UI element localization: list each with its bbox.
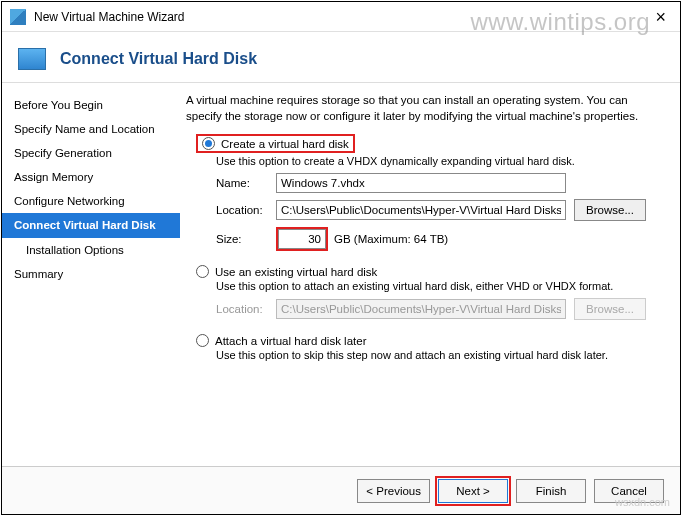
sidebar-item-specify-generation[interactable]: Specify Generation <box>2 141 180 165</box>
window-title: New Virtual Machine Wizard <box>34 10 185 24</box>
sidebar-item-assign-memory[interactable]: Assign Memory <box>2 165 180 189</box>
location-input[interactable] <box>276 200 566 220</box>
create-note: Use this option to create a VHDX dynamic… <box>216 155 666 167</box>
sidebar-item-specify-name[interactable]: Specify Name and Location <box>2 117 180 141</box>
app-icon <box>10 9 26 25</box>
cancel-button[interactable]: Cancel <box>594 479 664 503</box>
main-panel: A virtual machine requires storage so th… <box>180 83 680 452</box>
sidebar-item-installation-options[interactable]: Installation Options <box>2 238 180 262</box>
sidebar-item-connect-vhd[interactable]: Connect Virtual Hard Disk <box>2 213 180 237</box>
radio-existing-vhd-row[interactable]: Use an existing virtual hard disk <box>196 265 666 278</box>
name-label: Name: <box>216 177 276 189</box>
radio-existing-vhd-label: Use an existing virtual hard disk <box>215 266 377 278</box>
radio-attach-later[interactable] <box>196 334 209 347</box>
radio-create-vhd-row[interactable]: Create a virtual hard disk <box>196 134 666 153</box>
previous-button[interactable]: < Previous <box>357 479 430 503</box>
wizard-header: Connect Virtual Hard Disk <box>2 32 680 82</box>
close-icon[interactable]: × <box>649 8 672 26</box>
sidebar-item-before-you-begin[interactable]: Before You Begin <box>2 93 180 117</box>
titlebar: New Virtual Machine Wizard × <box>2 2 680 32</box>
radio-attach-later-label: Attach a virtual hard disk later <box>215 335 367 347</box>
next-button[interactable]: Next > <box>438 479 508 503</box>
size-input[interactable] <box>278 229 326 249</box>
later-note: Use this option to skip this step now an… <box>216 349 666 361</box>
radio-create-vhd[interactable] <box>202 137 215 150</box>
radio-existing-vhd[interactable] <box>196 265 209 278</box>
sidebar-item-summary[interactable]: Summary <box>2 262 180 286</box>
existing-location-label: Location: <box>216 303 276 315</box>
existing-note: Use this option to attach an existing vi… <box>216 280 666 292</box>
radio-create-vhd-label: Create a virtual hard disk <box>221 138 349 150</box>
finish-button[interactable]: Finish <box>516 479 586 503</box>
size-label: Size: <box>216 233 276 245</box>
description-text: A virtual machine requires storage so th… <box>186 93 666 124</box>
location-label: Location: <box>216 204 276 216</box>
wizard-window: New Virtual Machine Wizard × www.wintips… <box>1 1 681 515</box>
page-title: Connect Virtual Hard Disk <box>60 50 257 68</box>
footer-bar: < Previous Next > Finish Cancel <box>2 466 680 514</box>
size-unit: GB (Maximum: 64 TB) <box>334 233 448 245</box>
browse-button[interactable]: Browse... <box>574 199 646 221</box>
existing-location-input <box>276 299 566 319</box>
name-input[interactable] <box>276 173 566 193</box>
existing-browse-button: Browse... <box>574 298 646 320</box>
vm-icon <box>18 48 46 70</box>
sidebar-item-configure-networking[interactable]: Configure Networking <box>2 189 180 213</box>
sidebar: Before You Begin Specify Name and Locati… <box>2 83 180 452</box>
radio-later-row[interactable]: Attach a virtual hard disk later <box>196 334 666 347</box>
